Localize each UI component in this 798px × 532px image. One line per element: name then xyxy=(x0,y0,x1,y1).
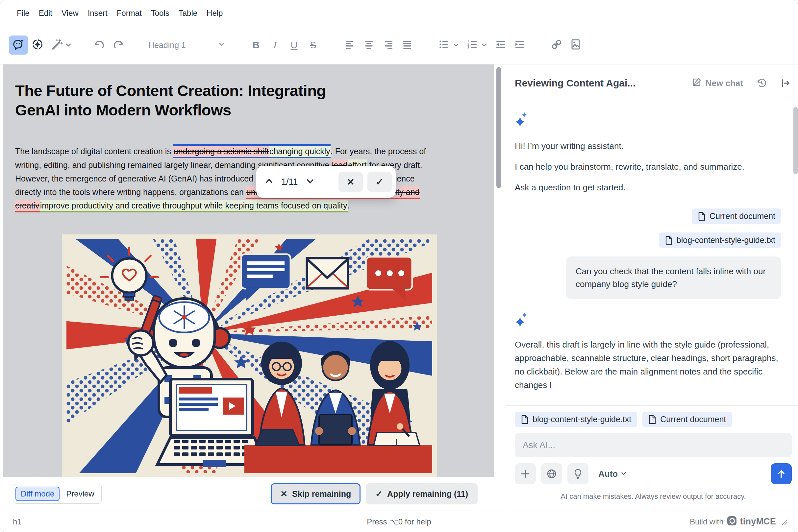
apply-remaining-button[interactable]: ✓ Apply remaining (11) xyxy=(366,483,478,505)
new-chat-button[interactable]: New chat xyxy=(692,77,743,90)
skip-remaining-button[interactable]: ✕ Skip remaining xyxy=(271,483,360,505)
editor-canvas[interactable]: The Future of Content Creation: Integrat… xyxy=(3,64,494,477)
attachment-chip-current-document[interactable]: Current document xyxy=(692,208,781,224)
underline-icon: U xyxy=(291,40,298,51)
document-icon xyxy=(648,415,656,424)
underline-button[interactable]: U xyxy=(284,36,303,55)
align-center-button[interactable] xyxy=(359,36,378,55)
chevron-down-icon[interactable] xyxy=(481,41,488,49)
branding[interactable]: Build with tinyMCE xyxy=(690,516,776,528)
align-left-button[interactable] xyxy=(340,36,359,55)
element-path[interactable]: h1 xyxy=(13,517,22,527)
format-select[interactable]: Heading 1 xyxy=(146,36,229,55)
numbered-list-icon: 123 xyxy=(466,38,478,52)
menu-help[interactable]: Help xyxy=(202,6,227,20)
magic-wand-button[interactable] xyxy=(47,36,66,55)
document-icon xyxy=(698,212,706,221)
arrow-up-icon xyxy=(776,469,786,479)
editor-scrollbar[interactable] xyxy=(494,64,506,477)
chat-title: Reviewing Content Agai... xyxy=(515,78,692,89)
suggestions-button[interactable] xyxy=(568,463,589,484)
bold-button[interactable]: B xyxy=(246,36,265,55)
document-illustration xyxy=(62,234,437,477)
next-diff-button[interactable] xyxy=(305,176,315,187)
user-message: Can you check that the content falls inl… xyxy=(566,256,781,299)
italic-button[interactable]: I xyxy=(265,36,284,55)
previous-diff-button[interactable] xyxy=(264,176,274,187)
check-icon: ✓ xyxy=(375,489,383,499)
ai-assistant-sidebar: Reviewing Content Agai... New chat xyxy=(506,64,798,511)
menu-file[interactable]: File xyxy=(12,6,34,20)
model-selector[interactable]: Auto xyxy=(598,469,627,479)
align-right-icon xyxy=(382,38,394,52)
diff-insertion[interactable]: improve productivity and creative throug… xyxy=(40,200,348,212)
strikethrough-button[interactable]: S xyxy=(303,36,323,55)
diff-mode-tab[interactable]: Diff mode xyxy=(16,487,59,501)
link-button[interactable] xyxy=(547,36,566,55)
send-button[interactable] xyxy=(771,463,792,484)
collapse-sidebar-icon[interactable] xyxy=(780,78,791,89)
diff-navigator: 1/11 ✕ ✓ xyxy=(256,166,396,198)
outdent-icon xyxy=(495,38,506,52)
sidebar-header: Reviewing Content Agai... New chat xyxy=(506,64,798,102)
redo-button[interactable] xyxy=(109,36,128,55)
menu-tools[interactable]: Tools xyxy=(146,6,174,20)
lightbulb-icon xyxy=(573,469,583,479)
align-right-button[interactable] xyxy=(378,36,398,55)
image-button[interactable] xyxy=(566,36,585,55)
accept-change-button[interactable]: ✓ xyxy=(367,172,392,192)
strikethrough-icon: S xyxy=(310,40,316,51)
menu-view[interactable]: View xyxy=(57,6,83,20)
tinymce-logo-icon xyxy=(727,516,737,528)
add-attachment-button[interactable] xyxy=(515,463,536,484)
reject-change-button[interactable]: ✕ xyxy=(338,172,363,192)
menu-edit[interactable]: Edit xyxy=(34,6,57,20)
toolbar: Heading 1 B I U S xyxy=(0,26,798,64)
history-icon[interactable] xyxy=(756,78,767,89)
ai-chat-icon xyxy=(12,38,25,52)
ai-shortcuts-button[interactable] xyxy=(28,36,47,55)
ask-ai-input[interactable] xyxy=(523,440,784,451)
ai-disclaimer: AI can make mistakes. Always review outp… xyxy=(506,489,798,501)
menu-table[interactable]: Table xyxy=(174,6,202,20)
context-chip-current-document[interactable]: Current document xyxy=(643,412,732,427)
align-justify-button[interactable] xyxy=(398,36,417,55)
chevron-down-icon xyxy=(218,41,225,49)
indent-icon xyxy=(514,38,526,52)
context-chips-row: blog-content-style-guide.txt Current doc… xyxy=(506,405,798,430)
view-mode-toggle: Diff mode Preview xyxy=(13,484,101,504)
menu-insert[interactable]: Insert xyxy=(83,6,112,20)
ai-sparkle-icon xyxy=(515,112,781,129)
bullet-list-button[interactable] xyxy=(434,36,453,55)
diff-deletion-active[interactable]: undergoing a seismic shift xyxy=(173,144,269,158)
ai-assistant-button[interactable] xyxy=(9,36,28,55)
preview-tab[interactable]: Preview xyxy=(61,487,99,500)
chat-messages: Hi! I’m your writing assistant. I can he… xyxy=(506,102,798,405)
document-icon xyxy=(665,236,673,245)
magic-wand-icon xyxy=(50,38,63,52)
plus-icon xyxy=(520,469,530,479)
menu-format[interactable]: Format xyxy=(112,6,146,20)
chevron-down-icon[interactable] xyxy=(452,41,460,49)
indent-button[interactable] xyxy=(510,36,529,55)
brand-name: tinyMCE xyxy=(740,516,776,527)
chat-scrollbar-thumb[interactable] xyxy=(793,107,798,174)
align-left-icon xyxy=(344,38,356,52)
document-title: The Future of Content Creation: Integrat… xyxy=(15,64,494,120)
outdent-button[interactable] xyxy=(491,36,510,55)
chevron-down-icon[interactable] xyxy=(65,41,72,49)
undo-button[interactable] xyxy=(90,36,109,55)
editor-scrollbar-thumb[interactable] xyxy=(496,67,501,188)
context-chip-style-guide[interactable]: blog-content-style-guide.txt xyxy=(515,412,637,427)
diff-insertion-active[interactable]: changing quickly xyxy=(269,144,331,158)
people-motif xyxy=(244,341,437,477)
attachment-chip-style-guide[interactable]: blog-content-style-guide.txt xyxy=(659,232,781,248)
resize-handle-icon[interactable] xyxy=(781,518,788,525)
paragraph-text: The landscape of digital content creatio… xyxy=(15,147,173,156)
status-bar: h1 Press ⌥0 for help Build with tinyMCE xyxy=(0,511,798,532)
numbered-list-button[interactable]: 123 xyxy=(463,36,482,55)
menu-bar: File Edit View Insert Format Tools Table… xyxy=(0,0,798,26)
globe-icon xyxy=(546,469,557,479)
web-search-button[interactable] xyxy=(541,463,562,484)
editor-pane: The Future of Content Creation: Integrat… xyxy=(0,64,506,511)
